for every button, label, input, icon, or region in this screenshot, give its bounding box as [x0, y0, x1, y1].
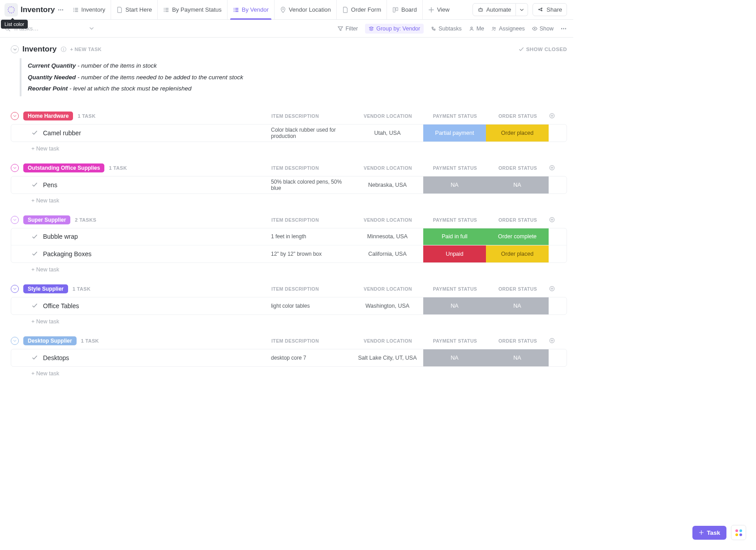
col-order-status[interactable]: ORDER STATUS [486, 165, 549, 171]
payment-status[interactable]: NA [423, 297, 486, 314]
add-column-button[interactable] [549, 286, 567, 292]
collapse-group-button[interactable] [11, 216, 19, 224]
tab-vendor-location[interactable]: Vendor Location [274, 0, 336, 19]
table-row[interactable]: Bubble wrap 1 feet in length Minnesota, … [11, 228, 567, 245]
col-vendor-location[interactable]: VENDOR LOCATION [352, 113, 424, 119]
col-vendor-location[interactable]: VENDOR LOCATION [352, 338, 424, 344]
table-row[interactable]: Packaging Boxes 12" by 12" brown box Cal… [11, 245, 567, 262]
table-row[interactable]: Camel rubber Color black rubber used for… [11, 125, 567, 142]
list-color-button[interactable] [4, 3, 18, 17]
add-column-button[interactable] [549, 165, 567, 171]
payment-status[interactable]: Partial payment [423, 125, 486, 142]
table-row[interactable]: Pens 50% black colored pens, 50% blue Ne… [11, 176, 567, 193]
check-icon[interactable] [32, 182, 38, 188]
add-column-button[interactable] [549, 338, 567, 344]
group-chip[interactable]: Home Hardware [23, 112, 73, 120]
col-item-description[interactable]: ITEM DESCRIPTION [271, 165, 352, 171]
table-row[interactable]: Desktops desktop core 7 Salt Lake City, … [11, 349, 567, 366]
check-icon[interactable] [32, 251, 38, 257]
table-row[interactable]: Office Tables light color tables Washing… [11, 297, 567, 314]
new-task-row[interactable]: + New task [11, 263, 567, 273]
new-task-row[interactable]: + New task [11, 315, 567, 325]
list-menu-button[interactable]: ⋯ [58, 6, 64, 13]
list-icon [73, 7, 79, 13]
col-vendor-location[interactable]: VENDOR LOCATION [352, 286, 424, 292]
more-button[interactable]: ⋯ [561, 25, 567, 32]
check-icon[interactable] [32, 355, 38, 361]
order-status[interactable]: Order placed [486, 245, 549, 262]
chevron-down-icon [520, 8, 524, 12]
new-task-row[interactable]: + New task [11, 142, 567, 152]
check-icon[interactable] [32, 303, 38, 309]
show-button[interactable]: Show [532, 26, 554, 32]
col-payment-status[interactable]: PAYMENT STATUS [424, 286, 486, 292]
tab-board[interactable]: Board [387, 0, 422, 19]
info-icon[interactable] [60, 46, 67, 52]
order-status[interactable]: NA [486, 297, 549, 314]
col-vendor-location[interactable]: VENDOR LOCATION [352, 165, 424, 171]
col-payment-status[interactable]: PAYMENT STATUS [424, 338, 486, 344]
show-closed-button[interactable]: SHOW CLOSED [519, 47, 567, 52]
vendor-location: Minnesota, USA [352, 228, 423, 245]
add-column-button[interactable] [549, 113, 567, 119]
add-column-button[interactable] [549, 217, 567, 223]
collapse-group-button[interactable] [11, 337, 19, 345]
order-status[interactable]: NA [486, 349, 549, 366]
subtasks-button[interactable]: Subtasks [431, 26, 461, 32]
col-payment-status[interactable]: PAYMENT STATUS [424, 217, 486, 223]
new-task-row[interactable]: + New task [11, 367, 567, 377]
order-status[interactable]: Order placed [486, 125, 549, 142]
col-item-description[interactable]: ITEM DESCRIPTION [271, 217, 352, 223]
automate-button-group: Automate [472, 3, 528, 16]
payment-status[interactable]: NA [423, 176, 486, 193]
col-payment-status[interactable]: PAYMENT STATUS [424, 165, 486, 171]
check-icon[interactable] [32, 130, 38, 136]
tab-by-payment-status[interactable]: By Payment Status [157, 0, 227, 19]
automate-dropdown[interactable] [516, 3, 528, 16]
task-name: Office Tables [43, 302, 79, 309]
payment-status[interactable]: Unpaid [423, 245, 486, 262]
groupby-button[interactable]: Group by: Vendor [365, 24, 424, 34]
chevron-down-icon [13, 218, 17, 222]
list-color-tooltip: List color [1, 20, 28, 29]
collapse-group-button[interactable] [11, 164, 19, 172]
collapse-group-button[interactable] [11, 112, 19, 120]
group-chip[interactable]: Desktop Supplier [23, 336, 77, 345]
tab-inventory[interactable]: Inventory [67, 0, 111, 19]
col-order-status[interactable]: ORDER STATUS [486, 217, 549, 223]
tab-order-form[interactable]: Order Form [336, 0, 387, 19]
col-order-status[interactable]: ORDER STATUS [486, 338, 549, 344]
automate-button[interactable]: Automate [472, 3, 516, 16]
task-count: 1 TASK [109, 165, 127, 171]
share-button[interactable]: Share [533, 3, 567, 16]
legend-line: Quantity Needed - number of the items ne… [28, 72, 567, 83]
tab-start-here[interactable]: Start Here [111, 0, 157, 19]
group-chip[interactable]: Outstanding Office Supplies [23, 163, 104, 172]
order-status[interactable]: Order complete [486, 228, 549, 245]
collapse-list-button[interactable] [11, 45, 19, 53]
group-chip[interactable]: Style Supplier [23, 284, 68, 293]
col-vendor-location[interactable]: VENDOR LOCATION [352, 217, 424, 223]
col-item-description[interactable]: ITEM DESCRIPTION [271, 286, 352, 292]
assignees-label: Assignees [499, 26, 525, 32]
col-order-status[interactable]: ORDER STATUS [486, 113, 549, 119]
group-chip[interactable]: Super Supplier [23, 215, 70, 224]
col-item-description[interactable]: ITEM DESCRIPTION [271, 113, 352, 119]
payment-status[interactable]: NA [423, 349, 486, 366]
assignees-button[interactable]: Assignees [491, 26, 525, 32]
col-payment-status[interactable]: PAYMENT STATUS [424, 113, 486, 119]
new-task-button[interactable]: + NEW TASK [70, 47, 102, 52]
me-button[interactable]: Me [469, 26, 484, 32]
collapse-group-button[interactable] [11, 285, 19, 293]
check-icon[interactable] [32, 234, 38, 240]
filter-button[interactable]: Filter [338, 26, 358, 32]
order-status[interactable]: NA [486, 176, 549, 193]
new-task-row[interactable]: + New task [11, 194, 567, 204]
col-order-status[interactable]: ORDER STATUS [486, 286, 549, 292]
tab-label: View [437, 6, 450, 13]
group-header: Super Supplier 2 TASKS ITEM DESCRIPTION … [11, 214, 567, 226]
tab-by-vendor[interactable]: By Vendor [227, 0, 274, 19]
col-item-description[interactable]: ITEM DESCRIPTION [271, 338, 352, 344]
payment-status[interactable]: Paid in full [423, 228, 486, 245]
tab-view[interactable]: View [422, 0, 455, 19]
